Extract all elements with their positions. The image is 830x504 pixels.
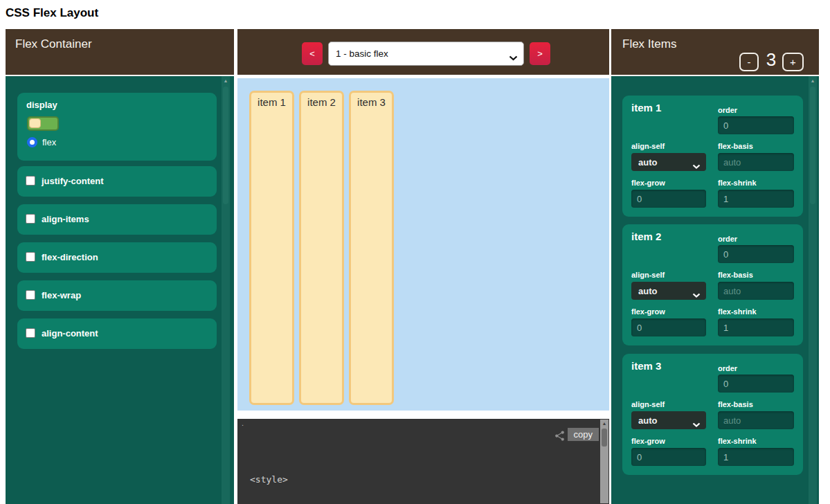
scrollbar-up-icon: ▲: [809, 78, 817, 83]
flex-grow-label: flex-grow: [631, 437, 665, 445]
flex-grow-input[interactable]: [631, 448, 706, 466]
item-card-title: item 1: [631, 102, 661, 114]
display-toggle[interactable]: [27, 116, 59, 131]
example-select-wrap: 1 - basic flex: [328, 42, 524, 66]
flex-grow-input[interactable]: [631, 190, 706, 208]
prev-example-button[interactable]: <: [302, 42, 323, 65]
flex-wrap-checkbox[interactable]: [26, 290, 35, 300]
flex-basis-input[interactable]: [718, 153, 794, 171]
flex-radio-row: flex: [27, 137, 56, 147]
scrollbar-up-icon: ▲: [222, 78, 230, 83]
copy-button[interactable]: copy: [568, 428, 599, 441]
property-label: align-content: [42, 328, 98, 339]
scrollbar-thumb[interactable]: [223, 87, 228, 204]
left-panel-scrollbar[interactable]: ▲: [222, 76, 230, 504]
item-card-1: item 1 order align-self auto flex-basis …: [622, 96, 803, 217]
display-card: display flex: [17, 93, 217, 161]
flex-grow-label: flex-grow: [631, 179, 665, 187]
align-self-label: align-self: [631, 142, 665, 150]
flex-basis-label: flex-basis: [718, 400, 753, 408]
flex-container-header: Flex Container: [6, 29, 234, 75]
property-card-align-content: align-content: [17, 318, 217, 349]
share-icon[interactable]: [554, 430, 566, 444]
align-self-select[interactable]: auto: [631, 411, 706, 429]
flex-shrink-input[interactable]: [718, 318, 794, 336]
flex-shrink-label: flex-shrink: [718, 179, 757, 187]
property-label: flex-wrap: [42, 290, 81, 300]
flex-preview-container: item 1 item 2 item 3: [237, 78, 609, 411]
flex-item: item 2: [299, 91, 344, 405]
item-card-2: item 2 order align-self auto flex-basis …: [622, 224, 803, 345]
example-select[interactable]: 1 - basic flex: [328, 42, 524, 66]
property-card-flex-direction: flex-direction: [17, 242, 217, 273]
justify-content-checkbox[interactable]: [26, 176, 35, 186]
property-label: justify-content: [42, 176, 104, 186]
flex-basis-label: flex-basis: [718, 271, 753, 279]
flex-item: item 1: [249, 91, 294, 405]
scrollbar-thumb[interactable]: [810, 87, 815, 204]
preview-header: < 1 - basic flex >: [237, 29, 609, 75]
order-label: order: [718, 235, 737, 243]
code-scrollbar[interactable]: ▲: [600, 420, 608, 503]
align-self-label: align-self: [631, 400, 665, 408]
next-example-button[interactable]: >: [530, 42, 550, 65]
flex-basis-label: flex-basis: [718, 142, 753, 150]
flex-shrink-input[interactable]: [718, 448, 794, 466]
right-panel-scrollbar[interactable]: ▲: [809, 76, 817, 504]
item-card-title: item 2: [631, 231, 661, 242]
order-input[interactable]: [718, 245, 794, 263]
property-card-align-items: align-items: [17, 204, 217, 235]
items-count: 3: [761, 49, 782, 71]
order-input[interactable]: [718, 116, 794, 134]
flex-direction-checkbox[interactable]: [26, 252, 35, 262]
flex-items-panel: item 1 order align-self auto flex-basis …: [611, 76, 819, 504]
flex-shrink-label: flex-shrink: [718, 307, 757, 316]
flex-radio[interactable]: [27, 137, 37, 147]
flex-item: item 3: [349, 91, 394, 405]
align-self-select[interactable]: auto: [631, 282, 706, 300]
flex-container-title: Flex Container: [15, 37, 92, 51]
align-self-select-wrap: auto: [631, 282, 706, 300]
flex-grow-input[interactable]: [631, 318, 706, 336]
flex-items-header: Flex Items - 3 +: [611, 29, 819, 75]
code-dot: .: [242, 419, 244, 427]
decrease-items-button[interactable]: -: [739, 53, 759, 71]
align-self-select-wrap: auto: [631, 411, 706, 429]
flex-basis-input[interactable]: [718, 282, 794, 300]
toggle-knob-icon: [29, 118, 41, 128]
code-line: <style>: [250, 473, 353, 486]
flex-items-title: Flex Items: [622, 37, 676, 51]
align-content-checkbox[interactable]: [26, 328, 35, 338]
property-label: flex-direction: [42, 252, 98, 262]
order-input[interactable]: [718, 375, 794, 393]
property-label: align-items: [42, 214, 89, 224]
page-title: CSS Flex Layout: [6, 6, 98, 20]
align-items-checkbox[interactable]: [26, 214, 35, 224]
scrollbar-up-icon: ▲: [600, 421, 608, 426]
flex-container-panel: display flex justify-content align-items…: [6, 76, 234, 504]
display-label: display: [26, 100, 57, 110]
align-self-select-wrap: auto: [631, 153, 706, 171]
align-self-select[interactable]: auto: [631, 153, 706, 171]
flex-shrink-label: flex-shrink: [718, 437, 757, 445]
code-panel: . copy <style> .flex-container { display…: [237, 419, 609, 504]
scrollbar-thumb[interactable]: [602, 429, 607, 447]
item-card-3: item 3 order align-self auto flex-basis …: [622, 354, 803, 475]
flex-grow-label: flex-grow: [631, 307, 665, 316]
order-label: order: [718, 364, 737, 372]
property-card-flex-wrap: flex-wrap: [17, 280, 217, 311]
item-card-title: item 3: [631, 360, 661, 372]
increase-items-button[interactable]: +: [782, 53, 804, 71]
property-card-justify-content: justify-content: [17, 166, 217, 197]
flex-shrink-input[interactable]: [718, 190, 794, 208]
code-block: <style> .flex-container { display: flex;: [250, 447, 353, 504]
order-label: order: [718, 106, 737, 114]
flex-basis-input[interactable]: [718, 411, 794, 429]
flex-radio-label: flex: [42, 137, 56, 147]
align-self-label: align-self: [631, 271, 665, 279]
